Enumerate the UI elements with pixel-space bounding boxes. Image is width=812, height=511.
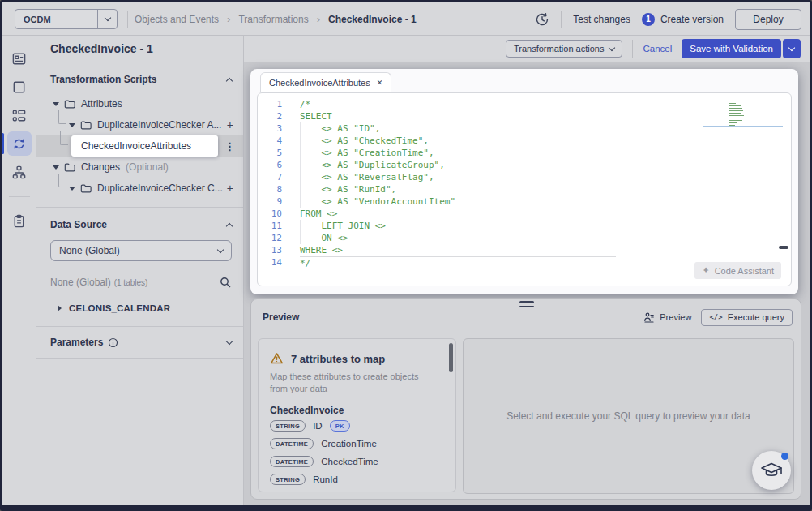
attribute-row[interactable]: DATETIME CheckedTime <box>270 454 442 470</box>
attribute-row[interactable]: DATETIME CreationTime <box>270 436 442 452</box>
attribute-row[interactable]: STRING ID PK <box>270 419 442 434</box>
app-window: OCDM Objects and Events › Transformation… <box>0 0 812 511</box>
line-number: 4 <box>258 135 287 147</box>
clipboard-icon[interactable] <box>7 208 32 233</box>
line-text: */ <box>300 256 616 268</box>
chevron-down-icon[interactable] <box>97 10 117 28</box>
indent-guide <box>300 122 301 208</box>
model-selector-value: OCDM <box>15 15 97 24</box>
caret-down-icon[interactable] <box>53 102 59 106</box>
editor-tab[interactable]: CheckedInvoiceAttributes ✕ <box>260 72 391 92</box>
scrollbar-thumb[interactable] <box>449 343 453 372</box>
line-text: <> AS "CheckedTime", <box>300 135 429 147</box>
code-line[interactable]: 8 <> AS "RunId", <box>258 183 791 195</box>
notification-dot <box>781 453 788 460</box>
left-panel: Transformation Scripts Attributes <box>36 62 244 505</box>
chevron-down-icon <box>788 44 795 50</box>
code-line[interactable]: 6 <> AS "DuplicateGroup", <box>258 159 791 171</box>
data-source-select[interactable]: None (Global) <box>50 240 232 261</box>
caret-down-icon[interactable] <box>53 165 59 170</box>
square-icon[interactable] <box>7 75 32 99</box>
parameters-section-title: Parameters <box>50 337 227 348</box>
folder-icon <box>64 98 75 110</box>
execute-query-button[interactable]: </> Execute query <box>701 309 793 326</box>
code-line[interactable]: 7 <> AS "ReversalFlag", <box>258 171 791 183</box>
code-line[interactable]: 2 SELECT <box>258 110 791 122</box>
line-number: 14 <box>258 256 287 268</box>
scrollbar-thumb[interactable] <box>779 246 788 249</box>
type-pill: STRING <box>270 492 306 492</box>
tree-icon[interactable] <box>7 160 32 184</box>
version-count-badge: 1 <box>642 13 655 26</box>
code-line[interactable]: 9 <> AS "VendorAccountItem" <box>258 195 791 208</box>
code-line[interactable]: 12 ON <> <box>258 232 791 244</box>
divider <box>9 196 30 197</box>
sql-editor-panel: CheckedInvoiceAttributes ✕ 1 /* <box>250 69 798 294</box>
code-line[interactable]: 4 <> AS "CheckedTime", <box>258 135 791 147</box>
transformation-actions-button[interactable]: Transformation actions <box>506 40 622 58</box>
table-row-celonis-calendar[interactable]: CELONIS_CALENDAR <box>36 297 243 326</box>
line-text: <> AS "DuplicateGroup", <box>300 159 445 171</box>
minimap-slider[interactable] <box>703 126 783 127</box>
line-text: <> AS "VendorAccountItem" <box>300 195 455 208</box>
minimap[interactable] <box>729 103 747 126</box>
breadcrumb-separator: › <box>227 13 230 25</box>
tree-folder-attributes[interactable]: Attributes <box>36 93 243 114</box>
breadcrumb-item[interactable]: Transformations <box>238 14 308 25</box>
tree-item-selected[interactable]: CheckedInvoiceAttributes ⋮ <box>36 135 243 157</box>
kebab-menu-icon[interactable]: ⋮ <box>224 140 235 152</box>
history-icon[interactable] <box>535 12 549 27</box>
save-with-validation-button[interactable]: Save with Validation <box>682 39 781 58</box>
add-script-button[interactable]: + <box>227 118 233 131</box>
line-number: 12 <box>258 232 287 244</box>
code-line[interactable]: 5 <> AS "CreationTime", <box>258 147 791 159</box>
code-editor[interactable]: 1 /* 2 SELECT <box>257 92 792 286</box>
query-preview-card: Select and execute your SQL query to pre… <box>463 338 794 494</box>
create-version-button[interactable]: 1 Create version <box>642 13 724 26</box>
search-icon[interactable] <box>219 276 232 289</box>
line-number: 2 <box>258 110 287 122</box>
folder-icon <box>80 119 92 131</box>
preview-button[interactable]: Preview <box>643 311 691 323</box>
deploy-button[interactable]: Deploy <box>735 9 801 30</box>
code-line[interactable]: 3 <> AS "ID", <box>258 122 791 135</box>
code-line[interactable]: 10 FROM <> <box>258 208 791 220</box>
type-pill: STRING <box>270 420 306 432</box>
sync-icon[interactable] <box>7 131 32 156</box>
tree-folder-duplicate-c[interactable]: DuplicateInvoiceChecker C... + <box>36 178 243 199</box>
folder-icon <box>64 161 75 173</box>
collapse-icon[interactable] <box>226 77 233 84</box>
cancel-button[interactable]: Cancel <box>643 44 672 54</box>
code-line[interactable]: 1 /* <box>258 98 791 110</box>
collapse-icon[interactable] <box>226 222 233 229</box>
close-icon[interactable]: ✕ <box>377 79 383 87</box>
tree-folder-changes[interactable]: Changes (Optional) <box>36 157 243 178</box>
line-text: SELECT <box>300 110 332 122</box>
caret-down-icon[interactable] <box>69 187 75 191</box>
add-script-button[interactable]: + <box>227 182 233 195</box>
save-options-button[interactable] <box>783 39 801 58</box>
info-icon[interactable] <box>108 337 118 348</box>
academy-help-button[interactable] <box>752 451 791 490</box>
line-number: 9 <box>258 195 287 208</box>
caret-right-icon[interactable] <box>58 305 62 311</box>
caret-down-icon[interactable] <box>69 123 75 127</box>
scripts-section-title: Transformation Scripts <box>50 74 227 85</box>
mapping-description: Map these attributes to create objects f… <box>270 371 436 395</box>
list-link-icon[interactable] <box>7 103 32 127</box>
line-text: ON <> <box>300 232 348 244</box>
splitter-drag-handle[interactable] <box>519 301 534 310</box>
window-icon[interactable] <box>7 46 32 71</box>
breadcrumb-item[interactable]: Objects and Events <box>135 14 219 25</box>
attribute-row[interactable]: STRING RunId <box>270 472 442 487</box>
selected-script-highlight[interactable]: CheckedInvoiceAttributes <box>71 135 218 157</box>
line-text: /* <box>300 98 310 110</box>
model-selector[interactable]: OCDM <box>15 9 118 29</box>
test-changes-button[interactable]: Test changes <box>573 14 630 25</box>
code-line[interactable]: 13 WHERE <> <box>258 244 791 256</box>
expand-icon[interactable] <box>226 337 233 344</box>
selected-script-label: CheckedInvoiceAttributes <box>81 140 191 152</box>
code-line[interactable]: 11 LEFT JOIN <> <box>258 220 791 232</box>
attribute-row[interactable]: STRING ReversalFlag <box>270 490 442 492</box>
code-assistant-button[interactable]: ✦ Code Assistant <box>694 262 781 279</box>
